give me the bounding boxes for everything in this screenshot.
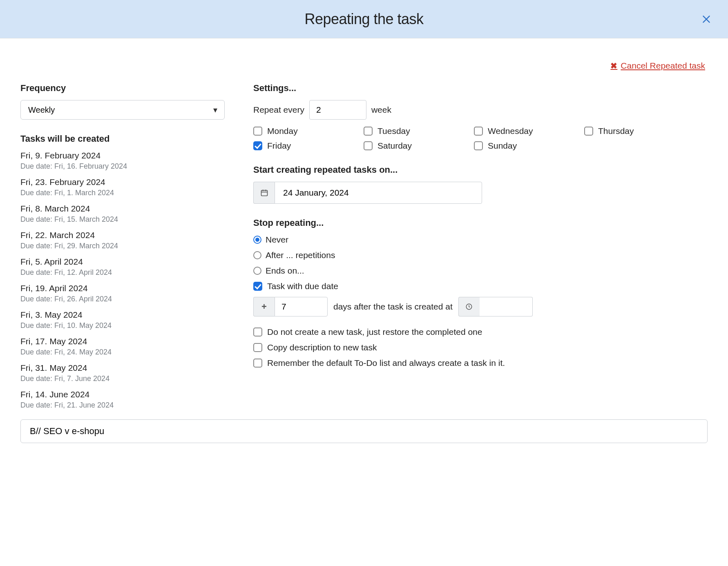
option-copy-description[interactable]: Copy description to new task	[253, 343, 708, 352]
day-tuesday[interactable]: Tuesday	[364, 126, 474, 136]
stop-option-after[interactable]: After ... repetitions	[253, 250, 708, 260]
due-days-suffix: days after the task is created at	[333, 302, 453, 312]
checkbox-icon	[253, 127, 262, 136]
checkbox-icon	[253, 359, 262, 368]
close-icon[interactable]	[701, 14, 712, 25]
cancel-icon: ✖	[610, 61, 617, 71]
preview-item: Fri, 9. February 2024Due date: Fri, 16. …	[20, 151, 237, 171]
day-saturday[interactable]: Saturday	[364, 141, 474, 151]
checkbox-icon	[474, 141, 483, 150]
repeat-every-input[interactable]	[309, 100, 366, 120]
checkbox-icon	[474, 127, 483, 136]
checkbox-icon	[364, 141, 373, 150]
task-with-due-date[interactable]: Task with due date	[253, 281, 708, 291]
checkbox-icon	[253, 282, 262, 291]
preview-item: Fri, 22. March 2024Due date: Fri, 29. Ma…	[20, 230, 237, 250]
checkbox-icon	[253, 343, 262, 352]
day-friday[interactable]: Friday	[253, 141, 364, 151]
dialog-header: Repeating the task	[0, 0, 728, 38]
preview-item: Fri, 23. February 2024Due date: Fri, 1. …	[20, 177, 237, 197]
preview-list: Fri, 9. February 2024Due date: Fri, 16. …	[20, 151, 237, 410]
task-name-input[interactable]	[20, 419, 708, 443]
radio-icon	[253, 236, 261, 244]
preview-label: Tasks will be created	[20, 134, 237, 144]
preview-item: Fri, 5. April 2024Due date: Fri, 12. Apr…	[20, 257, 237, 277]
due-time-input[interactable]	[480, 297, 533, 316]
preview-item: Fri, 19. April 2024Due date: Fri, 26. Ap…	[20, 283, 237, 303]
option-restore[interactable]: Do not create a new task, just restore t…	[253, 327, 708, 337]
settings-label: Settings...	[253, 83, 708, 94]
checkbox-icon	[364, 127, 373, 136]
day-wednesday[interactable]: Wednesday	[474, 126, 584, 136]
frequency-label: Frequency	[20, 83, 237, 94]
start-date-input[interactable]	[275, 182, 482, 204]
cancel-repeated-task-link[interactable]: ✖ Cancel Repeated task	[610, 61, 705, 71]
dialog-title: Repeating the task	[304, 11, 423, 28]
clock-icon[interactable]	[458, 297, 480, 316]
calendar-icon[interactable]	[253, 182, 275, 204]
preview-item: Fri, 17. May 2024Due date: Fri, 24. May …	[20, 336, 237, 357]
preview-item: Fri, 8. March 2024Due date: Fri, 15. Mar…	[20, 204, 237, 224]
stop-option-never[interactable]: Never	[253, 235, 708, 245]
checkbox-icon	[253, 328, 262, 336]
checkbox-icon	[253, 141, 262, 150]
svg-rect-2	[261, 190, 267, 196]
preview-item: Fri, 3. May 2024Due date: Fri, 10. May 2…	[20, 310, 237, 330]
preview-item: Fri, 14. June 2024Due date: Fri, 21. Jun…	[20, 390, 237, 410]
preview-item: Fri, 31. May 2024Due date: Fri, 7. June …	[20, 363, 237, 383]
stop-option-endson[interactable]: Ends on...	[253, 266, 708, 276]
start-label: Start creating repeated tasks on...	[253, 165, 708, 175]
stop-label: Stop repeating...	[253, 218, 708, 228]
day-thursday[interactable]: Thursday	[584, 126, 658, 136]
day-monday[interactable]: Monday	[253, 126, 364, 136]
plus-icon[interactable]: +	[253, 297, 275, 316]
repeat-every-suffix: week	[371, 105, 391, 115]
checkbox-icon	[584, 127, 593, 136]
option-remember-list[interactable]: Remember the default To-Do list and alwa…	[253, 358, 708, 368]
day-sunday[interactable]: Sunday	[474, 141, 584, 151]
radio-icon	[253, 251, 261, 259]
frequency-select[interactable]	[20, 100, 225, 120]
radio-icon	[253, 267, 261, 275]
due-days-input[interactable]	[275, 297, 328, 316]
repeat-every-prefix: Repeat every	[253, 105, 304, 115]
cancel-link-label: Cancel Repeated task	[621, 61, 705, 71]
